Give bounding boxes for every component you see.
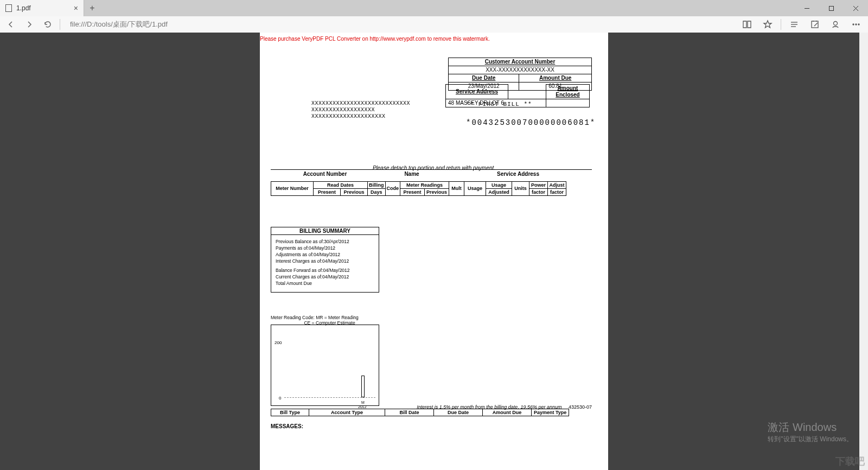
- favorite-icon[interactable]: [760, 17, 775, 32]
- first-bill-label: ** FIRST BILL **: [466, 101, 532, 107]
- svg-rect-7: [812, 21, 818, 28]
- window-maximize-button[interactable]: [819, 0, 844, 16]
- col-factor2: factor: [548, 189, 566, 196]
- bs-interest: Interest Charges as of:04/May/2012: [276, 258, 374, 264]
- document-icon: [5, 4, 12, 12]
- col-present2: Present: [400, 189, 425, 196]
- col-days: Days: [368, 189, 386, 196]
- toolbar: file:///D:/tools/桌面/下载吧/1.pdf: [0, 16, 868, 33]
- windows-activation-overlay: 激活 Windows 转到"设置"以激活 Windows。: [768, 420, 853, 444]
- titlebar: 1.pdf × +: [0, 0, 868, 16]
- forward-button[interactable]: [23, 18, 36, 31]
- billing-summary: BILLING SUMMARY Previous Balance as of:3…: [271, 227, 379, 293]
- col-mult: Mult: [449, 182, 464, 196]
- col-adjusted: Adjusted: [486, 189, 512, 196]
- meter-table: Meter Number Read Dates Billing Code Met…: [271, 181, 566, 196]
- recipient-address: XXXXXXXXXXXXXXXXXXXXXXXXXXXX XXXXXXXXXXX…: [311, 100, 410, 120]
- hub-icon[interactable]: [787, 17, 802, 32]
- window-minimize-button[interactable]: [795, 0, 819, 16]
- addr-line-1: XXXXXXXXXXXXXXXXXXXXXXXXXXXX: [311, 100, 410, 107]
- detach-note: Please detach top portion and return wit…: [260, 165, 608, 171]
- divider-line: [271, 169, 592, 170]
- tab-title: 1.pdf: [16, 4, 31, 12]
- ft-bill-type: Bill Type: [271, 409, 309, 416]
- download-site-watermark: 下载吧: [835, 455, 865, 468]
- billing-summary-title: BILLING SUMMARY: [271, 227, 379, 235]
- amount-enclosed-label: Amount Enclosed: [546, 85, 590, 99]
- usage-chart: 200 0 M 2012: [271, 325, 379, 406]
- col-usage-top: Usage: [486, 182, 512, 189]
- col-usage: Usage: [464, 182, 486, 196]
- bs-current: Current Charges as of:04/May/2012: [276, 274, 374, 280]
- reading-view-icon[interactable]: [739, 17, 755, 32]
- ft-due-date: Due Date: [434, 409, 483, 416]
- addr-line-3: XXXXXXXXXXXXXXXXXXXXX: [311, 113, 410, 120]
- share-icon[interactable]: [828, 17, 843, 32]
- col-present: Present: [314, 189, 341, 196]
- bs-total: Total Amount Due: [276, 280, 374, 287]
- ft-account-type: Account Type: [309, 409, 385, 416]
- col-meter-readings: Meter Readings: [400, 182, 449, 189]
- code-mr: Meter Reading Code: MR = Meter Reading: [271, 315, 359, 320]
- address-bar[interactable]: file:///D:/tools/桌面/下载吧/1.pdf: [66, 20, 734, 29]
- toolbar-divider: [60, 19, 60, 30]
- svg-rect-1: [829, 6, 834, 10]
- chart-x-label: M: [361, 401, 365, 404]
- more-icon[interactable]: [848, 17, 864, 32]
- bs-balance-fwd: Balance Forward as of:04/May/2012: [276, 267, 374, 274]
- amount-enclosed: [546, 99, 590, 107]
- amount-due-label: Amount Due: [519, 74, 592, 82]
- footer-table: Bill Type Account Type Bill Date Due Dat…: [271, 409, 569, 416]
- pdf-page: Please purchase VeryPDF PCL Converter on…: [260, 33, 608, 470]
- col-units: Units: [512, 182, 529, 196]
- browser-tab[interactable]: 1.pdf ×: [0, 0, 84, 16]
- bs-prev-balance: Previous Balance as of:30/Apr/2012: [276, 238, 374, 245]
- viewport: Please purchase VeryPDF PCL Converter on…: [0, 33, 868, 470]
- activate-subtitle: 转到"设置"以激活 Windows。: [768, 435, 853, 444]
- toolbar-divider-2: [781, 19, 781, 30]
- bs-payments: Payments as of:04/May/2012: [276, 245, 374, 251]
- messages-label: MESSAGES:: [271, 423, 303, 429]
- col-read-dates: Read Dates: [314, 182, 368, 189]
- ft-payment-type: Payment Type: [532, 409, 569, 416]
- doc-id: 432530-07: [569, 404, 592, 410]
- back-button[interactable]: [4, 18, 17, 31]
- chart-x-year: 2012: [358, 405, 367, 409]
- col-previous: Previous: [341, 189, 368, 196]
- col-code: Code: [385, 182, 400, 196]
- ft-amount-due: Amount Due: [483, 409, 532, 416]
- tab-close-icon[interactable]: ×: [74, 4, 78, 12]
- chart-bar-m: [361, 376, 365, 397]
- col-billing: Billing: [368, 182, 386, 189]
- col-adjust: Adjust: [548, 182, 566, 189]
- activate-title: 激活 Windows: [768, 420, 853, 435]
- chart-y-zero: 0: [279, 396, 281, 401]
- ft-bill-date: Bill Date: [385, 409, 434, 416]
- reading-codes: Meter Reading Code: MR = Meter Reading C…: [271, 315, 359, 326]
- svg-point-10: [856, 24, 857, 25]
- account-number-label: Customer Account Number: [449, 58, 592, 66]
- bs-adjustments: Adjustments as of:04/May/2012: [276, 251, 374, 258]
- window-close-button[interactable]: [844, 0, 868, 16]
- service-address-label: Service Address: [446, 85, 508, 99]
- svg-point-11: [858, 24, 859, 25]
- mid-headers: Account Number Name Service Address: [271, 171, 592, 177]
- vertical-scrollbar[interactable]: [859, 33, 868, 470]
- col-factor1: factor: [529, 189, 548, 196]
- svg-point-8: [834, 22, 838, 26]
- hdr-account-number: Account Number: [271, 171, 379, 177]
- due-date-label: Due Date: [449, 74, 519, 82]
- chart-y-label: 200: [275, 340, 282, 345]
- chart-x-axis: [284, 397, 375, 398]
- barcode-text: *004325300700000006081*: [466, 118, 596, 127]
- hdr-name: Name: [379, 171, 444, 177]
- col-previous2: Previous: [425, 189, 449, 196]
- col-power: Power: [529, 182, 548, 189]
- svg-point-9: [853, 24, 854, 25]
- new-tab-button[interactable]: +: [84, 0, 100, 16]
- addr-line-2: XXXXXXXXXXXXXXXXXX: [311, 107, 410, 113]
- col-meter-number: Meter Number: [271, 182, 314, 196]
- notes-icon[interactable]: [807, 17, 822, 32]
- watermark-text: Please purchase VeryPDF PCL Converter on…: [260, 36, 490, 42]
- refresh-button[interactable]: [41, 18, 54, 31]
